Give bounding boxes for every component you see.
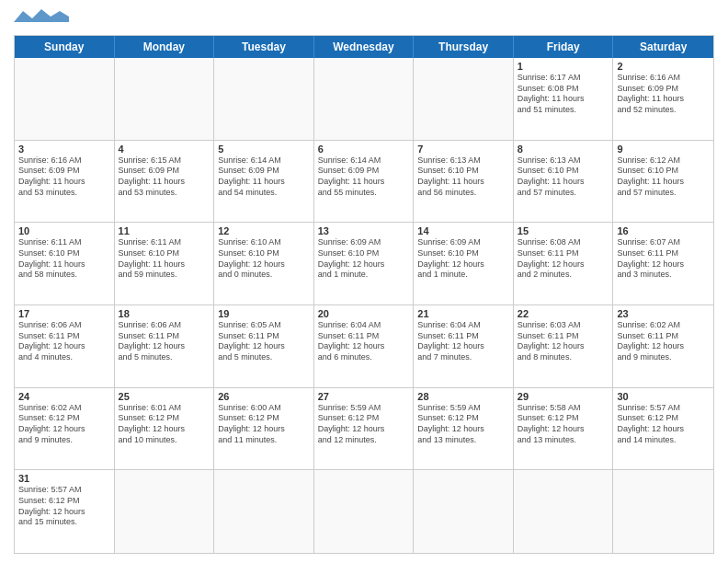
day-cell: 2Sunrise: 6:16 AM Sunset: 6:09 PM Daylig… [613, 58, 713, 140]
day-cell [414, 58, 514, 140]
calendar-grid: 1Sunrise: 6:17 AM Sunset: 6:08 PM Daylig… [15, 58, 713, 553]
day-cell: 10Sunrise: 6:11 AM Sunset: 6:10 PM Dayli… [15, 223, 115, 304]
day-number: 18 [119, 308, 210, 319]
day-info: Sunrise: 6:05 AM Sunset: 6:11 PM Dayligh… [218, 320, 310, 363]
day-number: 26 [218, 391, 310, 402]
week-row: 1Sunrise: 6:17 AM Sunset: 6:08 PM Daylig… [15, 58, 713, 141]
day-headers: SundayMondayTuesdayWednesdayThursdayFrid… [15, 36, 713, 58]
day-info: Sunrise: 6:02 AM Sunset: 6:12 PM Dayligh… [18, 403, 110, 446]
day-number: 3 [18, 144, 110, 155]
day-cell [314, 58, 415, 140]
day-cell: 29Sunrise: 5:58 AM Sunset: 6:12 PM Dayli… [514, 388, 614, 470]
day-number: 7 [417, 144, 509, 155]
day-info: Sunrise: 6:16 AM Sunset: 6:09 PM Dayligh… [18, 155, 110, 199]
day-number: 6 [318, 144, 410, 155]
day-info: Sunrise: 6:14 AM Sunset: 6:09 PM Dayligh… [318, 155, 410, 199]
week-row: 31Sunrise: 5:57 AM Sunset: 6:12 PM Dayli… [15, 470, 713, 553]
day-info: Sunrise: 6:11 AM Sunset: 6:10 PM Dayligh… [18, 237, 110, 281]
day-cell: 16Sunrise: 6:07 AM Sunset: 6:11 PM Dayli… [613, 223, 713, 304]
day-info: Sunrise: 6:07 AM Sunset: 6:11 PM Dayligh… [617, 237, 710, 281]
day-cell: 3Sunrise: 6:16 AM Sunset: 6:09 PM Daylig… [15, 141, 115, 223]
day-cell [15, 58, 115, 140]
day-number: 28 [417, 391, 509, 402]
day-number: 11 [119, 225, 210, 236]
day-info: Sunrise: 6:12 AM Sunset: 6:10 PM Dayligh… [617, 155, 710, 199]
day-cell: 18Sunrise: 6:06 AM Sunset: 6:11 PM Dayli… [115, 305, 215, 387]
day-cell: 17Sunrise: 6:06 AM Sunset: 6:11 PM Dayli… [15, 305, 115, 387]
day-info: Sunrise: 6:08 AM Sunset: 6:11 PM Dayligh… [518, 237, 609, 281]
day-number: 24 [18, 391, 110, 402]
day-cell: 12Sunrise: 6:10 AM Sunset: 6:10 PM Dayli… [214, 223, 314, 304]
day-cell: 23Sunrise: 6:02 AM Sunset: 6:11 PM Dayli… [613, 305, 713, 387]
day-cell [115, 470, 215, 553]
day-cell [514, 470, 614, 553]
day-cell: 4Sunrise: 6:15 AM Sunset: 6:09 PM Daylig… [115, 141, 215, 223]
day-cell [115, 58, 215, 140]
day-info: Sunrise: 6:10 AM Sunset: 6:10 PM Dayligh… [218, 237, 310, 281]
day-header: Friday [514, 36, 614, 58]
day-cell: 15Sunrise: 6:08 AM Sunset: 6:11 PM Dayli… [514, 223, 614, 304]
day-cell: 8Sunrise: 6:13 AM Sunset: 6:10 PM Daylig… [514, 141, 614, 223]
day-cell: 25Sunrise: 6:01 AM Sunset: 6:12 PM Dayli… [115, 388, 215, 470]
day-info: Sunrise: 6:02 AM Sunset: 6:11 PM Dayligh… [617, 320, 710, 363]
day-number: 15 [518, 225, 609, 236]
day-header: Thursday [414, 36, 514, 58]
day-cell: 26Sunrise: 6:00 AM Sunset: 6:12 PM Dayli… [214, 388, 314, 470]
svg-marker-0 [14, 9, 69, 22]
day-number: 8 [518, 144, 609, 155]
day-cell [214, 470, 314, 553]
day-info: Sunrise: 6:15 AM Sunset: 6:09 PM Dayligh… [119, 155, 210, 199]
day-header: Saturday [613, 36, 713, 58]
day-info: Sunrise: 5:57 AM Sunset: 6:12 PM Dayligh… [18, 485, 110, 528]
week-row: 24Sunrise: 6:02 AM Sunset: 6:12 PM Dayli… [15, 388, 713, 471]
day-header: Monday [115, 36, 215, 58]
day-number: 9 [617, 144, 710, 155]
day-number: 14 [417, 225, 509, 236]
day-info: Sunrise: 6:17 AM Sunset: 6:08 PM Dayligh… [518, 73, 609, 116]
day-number: 12 [218, 225, 310, 236]
day-number: 21 [417, 308, 509, 319]
day-number: 4 [119, 144, 210, 155]
day-number: 30 [617, 391, 710, 402]
day-cell: 22Sunrise: 6:03 AM Sunset: 6:11 PM Dayli… [514, 305, 614, 387]
day-info: Sunrise: 6:11 AM Sunset: 6:10 PM Dayligh… [119, 237, 210, 281]
day-cell [314, 470, 415, 553]
logo-icon [14, 9, 69, 24]
calendar: SundayMondayTuesdayWednesdayThursdayFrid… [14, 35, 714, 554]
day-header: Tuesday [214, 36, 314, 58]
day-number: 16 [617, 225, 710, 236]
week-row: 10Sunrise: 6:11 AM Sunset: 6:10 PM Dayli… [15, 223, 713, 305]
day-number: 23 [617, 308, 710, 319]
day-info: Sunrise: 6:09 AM Sunset: 6:10 PM Dayligh… [417, 237, 509, 281]
day-cell [613, 470, 713, 553]
day-number: 20 [318, 308, 410, 319]
day-number: 19 [218, 308, 310, 319]
day-number: 27 [318, 391, 410, 402]
day-number: 22 [518, 308, 609, 319]
day-info: Sunrise: 6:03 AM Sunset: 6:11 PM Dayligh… [518, 320, 609, 363]
day-number: 13 [318, 225, 410, 236]
day-info: Sunrise: 6:16 AM Sunset: 6:09 PM Dayligh… [617, 73, 710, 116]
day-info: Sunrise: 6:00 AM Sunset: 6:12 PM Dayligh… [218, 403, 310, 446]
day-cell: 14Sunrise: 6:09 AM Sunset: 6:10 PM Dayli… [414, 223, 514, 304]
day-cell: 21Sunrise: 6:04 AM Sunset: 6:11 PM Dayli… [414, 305, 514, 387]
day-info: Sunrise: 6:14 AM Sunset: 6:09 PM Dayligh… [218, 155, 310, 199]
day-info: Sunrise: 6:01 AM Sunset: 6:12 PM Dayligh… [119, 403, 210, 446]
day-number: 29 [518, 391, 609, 402]
day-info: Sunrise: 5:59 AM Sunset: 6:12 PM Dayligh… [318, 403, 410, 446]
day-cell: 20Sunrise: 6:04 AM Sunset: 6:11 PM Dayli… [314, 305, 415, 387]
day-info: Sunrise: 6:13 AM Sunset: 6:10 PM Dayligh… [417, 155, 509, 199]
day-cell: 7Sunrise: 6:13 AM Sunset: 6:10 PM Daylig… [414, 141, 514, 223]
day-info: Sunrise: 6:06 AM Sunset: 6:11 PM Dayligh… [119, 320, 210, 363]
day-cell: 24Sunrise: 6:02 AM Sunset: 6:12 PM Dayli… [15, 388, 115, 470]
day-cell: 28Sunrise: 5:59 AM Sunset: 6:12 PM Dayli… [414, 388, 514, 470]
day-info: Sunrise: 5:59 AM Sunset: 6:12 PM Dayligh… [417, 403, 509, 446]
day-info: Sunrise: 6:09 AM Sunset: 6:10 PM Dayligh… [318, 237, 410, 281]
day-number: 1 [518, 61, 609, 72]
day-info: Sunrise: 6:13 AM Sunset: 6:10 PM Dayligh… [518, 155, 609, 199]
week-row: 17Sunrise: 6:06 AM Sunset: 6:11 PM Dayli… [15, 305, 713, 388]
logo [14, 9, 69, 28]
day-number: 2 [617, 61, 710, 72]
day-cell: 9Sunrise: 6:12 AM Sunset: 6:10 PM Daylig… [613, 141, 713, 223]
day-info: Sunrise: 5:58 AM Sunset: 6:12 PM Dayligh… [518, 403, 609, 446]
